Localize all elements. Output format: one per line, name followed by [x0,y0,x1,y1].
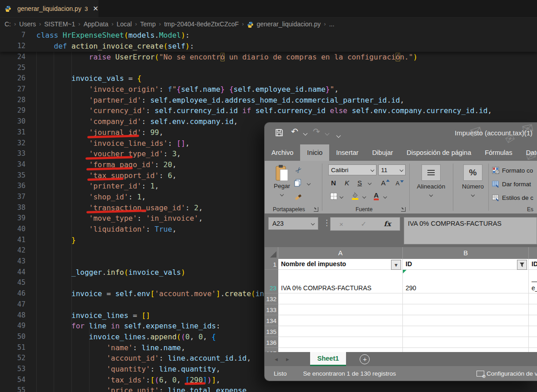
underline-dropdown-icon[interactable] [368,181,371,185]
copy-icon[interactable] [294,179,301,187]
cell-B133[interactable] [403,304,529,315]
active-filter-icon[interactable] [517,260,527,270]
cell-B137[interactable] [403,348,529,352]
cell-C134[interactable] [529,315,537,326]
copy-dropdown-icon[interactable] [307,182,311,185]
cancel-icon[interactable]: × [339,220,343,228]
font-size-select[interactable]: 11 [378,164,406,175]
row-header[interactable]: 135 [265,326,278,337]
sheet-tab-sheet1[interactable]: Sheet1 [310,352,346,366]
underline-button[interactable]: S [357,179,362,187]
font-color-button[interactable]: A [374,192,379,200]
cell-A135[interactable] [278,326,403,337]
cell-B132[interactable] [403,293,529,304]
code-line-7: 7class HrExpenseSheet(models.Model): [0,30,537,41]
cell-B135[interactable] [403,326,529,337]
paste-button[interactable]: Pegar [272,164,292,198]
column-headers: A B [265,247,537,259]
ribbon-tab-disposici-n-de-p-gina[interactable]: Disposición de página [400,144,478,161]
prev-sheet-icon[interactable]: ◄ [274,357,279,362]
borders-icon[interactable] [330,193,337,200]
row-header[interactable]: 134 [265,315,278,326]
cell-B23[interactable]: 290 [403,270,529,293]
decrease-font-button[interactable]: A [396,180,404,187]
breadcrumb-item[interactable]: Users [19,20,36,28]
number-format-button[interactable]: % Número [457,164,489,198]
save-icon[interactable] [275,128,284,137]
breadcrumb-item[interactable]: tmp-20404-8edeZtxCZcoF [164,20,239,28]
ribbon-tab-archivo[interactable]: Archivo [265,144,300,161]
bold-button[interactable]: N [331,179,336,187]
close-icon[interactable]: ✕ [93,5,99,13]
cell-A23[interactable]: IVA 0% COMPRAS-FACTURAS [278,270,403,293]
row-header[interactable]: 133 [265,304,278,315]
cell-A137[interactable] [278,348,403,352]
cell-B134[interactable] [403,315,529,326]
cell-B136[interactable] [403,337,529,348]
breadcrumb-item[interactable]: C: [5,20,11,28]
cell-C137[interactable] [529,348,537,352]
customize-quick-access-icon[interactable] [336,131,341,139]
dropdown-filter-icon[interactable]: ▾ [391,260,401,270]
cell-C132[interactable] [529,293,537,304]
column-header-a[interactable]: A [278,247,403,259]
redo-icon[interactable]: ↷ [313,127,320,137]
font-color-dropdown-icon[interactable] [383,195,387,198]
cell-C133[interactable] [529,304,537,315]
conditional-formatting-button[interactable]: ≠Formato co [492,164,533,177]
undo-icon[interactable]: ↶ [291,127,298,137]
undo-dropdown-icon[interactable] [303,131,308,136]
font-dialog-launcher-icon[interactable] [401,207,406,212]
alignment-button[interactable]: Alineación [415,164,447,198]
row-header[interactable]: 1 [265,259,278,270]
borders-dropdown-icon[interactable] [340,195,343,198]
row-header[interactable]: 23 [265,270,278,293]
redo-dropdown-icon[interactable] [325,131,330,136]
ribbon-tab-dibujar[interactable]: Dibujar [365,144,400,161]
check-icon[interactable]: ✓ [361,220,366,228]
ribbon-tab-inicio[interactable]: Inicio [300,144,329,161]
cell-C1[interactable]: ID [529,259,537,270]
excel-title-bar[interactable]: ✉ ✉ ✉ ✉ ↶ ↷ Impuesto (account.tax)(1) [265,123,537,144]
fill-color-icon[interactable] [351,192,360,200]
display-settings[interactable]: Configuración de vi [477,370,537,377]
formula-input[interactable]: IVA 0% COMPRAS-FACTURAS [404,217,537,244]
increase-font-button[interactable]: A [381,179,390,187]
row-header[interactable]: 136 [265,337,278,348]
next-sheet-icon[interactable]: ► [285,357,290,362]
row-header[interactable]: 137 [265,348,278,352]
cell-C135[interactable] [529,326,537,337]
fx-icon[interactable]: fx [384,220,391,228]
column-header-b[interactable]: B [403,247,529,259]
new-sheet-icon[interactable]: + [360,354,370,364]
cell-A1[interactable]: Nombre del impuesto▾ [278,259,403,270]
column-header-c[interactable] [529,247,537,259]
cell-C136[interactable] [529,337,537,348]
format-painter-icon[interactable] [295,194,302,201]
format-as-table-button[interactable]: Dar format [492,177,533,191]
breadcrumb-item[interactable]: Temp [140,20,156,28]
clipboard-dialog-launcher-icon[interactable] [314,207,318,212]
breadcrumb-item[interactable]: SISTEM~1 [44,20,75,28]
cell-A134[interactable] [278,315,403,326]
cut-icon[interactable]: ✂ [293,164,305,175]
ribbon-tab-insertar[interactable]: Insertar [329,144,365,161]
ribbon-tab-f-rmulas[interactable]: Fórmulas [478,144,519,161]
cell-B1[interactable]: ID [403,259,529,270]
cell-A133[interactable] [278,304,403,315]
italic-button[interactable]: K [345,179,349,187]
row-header[interactable]: 132 [265,293,278,304]
breadcrumb-item[interactable]: ... [329,20,335,28]
fill-color-dropdown-icon[interactable] [362,195,366,198]
cell-styles-button[interactable]: Estilos de c [492,191,533,204]
cell-A132[interactable] [278,293,403,304]
cell-C23[interactable]: — e_ [529,270,537,293]
tab-generar-liquidacion[interactable]: generar_liquidacion.py 3 ✕ [0,0,99,17]
font-name-select[interactable]: Calibri [328,164,376,175]
select-all-icon[interactable] [265,247,278,259]
breadcrumb-item[interactable]: generar_liquidacion.py [256,20,321,28]
breadcrumb-item[interactable]: AppData [84,20,108,28]
breadcrumb-item[interactable]: Local [117,20,132,28]
cell-A136[interactable] [278,337,403,348]
name-box[interactable]: A23 [268,217,318,230]
